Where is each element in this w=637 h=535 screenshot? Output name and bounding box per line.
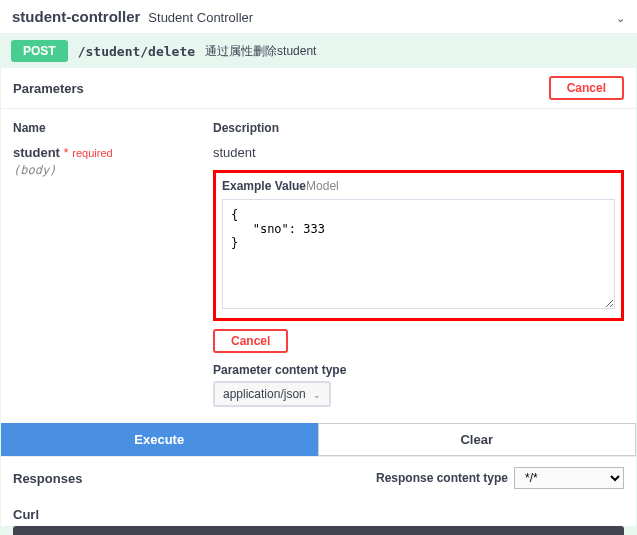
operation-path: /student/delete — [78, 44, 195, 59]
request-body-textarea[interactable] — [222, 199, 615, 309]
parameters-title: Parameters — [13, 81, 84, 96]
example-value-highlight: Example ValueModel — [213, 170, 624, 321]
controller-name: student-controller — [12, 8, 140, 25]
column-header-name: Name — [13, 121, 213, 145]
parameter-content-type-select[interactable]: application/json ⌄ — [213, 381, 331, 407]
parameter-row: student * required (body) student Exampl… — [13, 145, 624, 407]
example-tabs: Example ValueModel — [222, 179, 615, 193]
execute-button[interactable]: Execute — [1, 423, 318, 456]
parameter-type: (body) — [13, 163, 203, 177]
responses-section-bar: Responses Response content type */* — [1, 456, 636, 499]
curl-title: Curl — [1, 499, 636, 526]
parameter-content-type-label: Parameter content type — [213, 363, 624, 377]
response-content-type-label: Response content type — [376, 471, 508, 485]
responses-title: Responses — [13, 471, 82, 486]
controller-description: Student Controller — [148, 10, 253, 25]
controller-header[interactable]: student-controller Student Controller ⌄ — [0, 0, 637, 33]
operation-header[interactable]: POST /student/delete 通过属性删除student — [1, 34, 636, 68]
parameters-body: Name Description student * required (bod… — [1, 109, 636, 456]
required-text: required — [72, 147, 112, 159]
clear-button[interactable]: Clear — [318, 423, 637, 456]
cancel-body-button[interactable]: Cancel — [213, 329, 288, 353]
response-content-type-select[interactable]: */* — [514, 467, 624, 489]
action-button-row: Execute Clear — [1, 423, 636, 456]
parameter-name: student — [13, 145, 60, 160]
parameter-description: student — [213, 145, 624, 160]
response-content-type-group: Response content type */* — [376, 467, 624, 489]
required-star: * — [64, 145, 69, 160]
try-it-out-cancel-button[interactable]: Cancel — [549, 76, 624, 100]
http-method-badge: POST — [11, 40, 68, 62]
curl-command-block: curl -X POST "http://localhost:8080/stud… — [13, 526, 624, 535]
parameter-content-type-value: application/json — [223, 387, 306, 401]
chevron-down-icon: ⌄ — [313, 390, 321, 400]
tab-model[interactable]: Model — [306, 179, 339, 193]
operation-description: 通过属性删除student — [205, 43, 316, 60]
chevron-down-icon: ⌄ — [616, 12, 625, 25]
parameters-section-bar: Parameters Cancel — [1, 68, 636, 109]
column-header-description: Description — [213, 121, 624, 145]
operation-block: POST /student/delete 通过属性删除student Param… — [0, 33, 637, 535]
tab-example-value[interactable]: Example Value — [222, 179, 306, 193]
